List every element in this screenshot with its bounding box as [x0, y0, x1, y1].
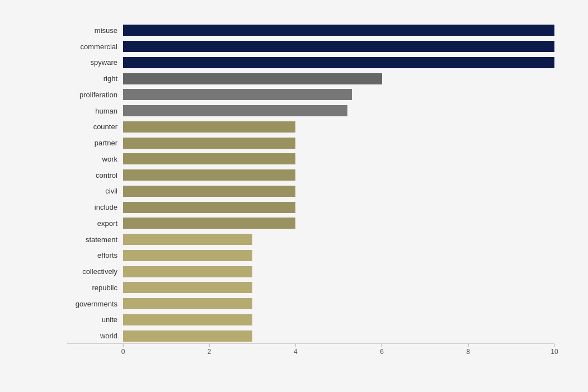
bar-row: commercial	[67, 39, 554, 55]
bar-track	[123, 298, 554, 309]
bar	[123, 73, 382, 84]
bar-row: efforts	[67, 248, 554, 264]
bar-track	[123, 105, 554, 116]
bar-track	[123, 314, 554, 325]
bar-track	[123, 282, 554, 293]
x-tick-label: 10	[551, 348, 558, 356]
bar-label: include	[67, 203, 123, 211]
bar	[123, 57, 554, 68]
chart-container: misusecommercialspywarerightproliferatio…	[0, 0, 588, 392]
bar-label: work	[67, 155, 123, 163]
bar-row: collectively	[67, 263, 554, 280]
bar-row: proliferation	[67, 87, 554, 103]
x-tick-label: 8	[466, 348, 470, 356]
bar	[123, 298, 252, 309]
bar	[123, 138, 295, 149]
bar	[123, 25, 554, 36]
bar-row: right	[67, 70, 554, 87]
bar	[123, 250, 252, 261]
x-ticks: 0246810	[67, 344, 554, 358]
bar-label: partner	[67, 139, 123, 147]
bar	[123, 121, 295, 133]
bar-track	[123, 41, 554, 52]
x-tick-label: 4	[294, 348, 298, 356]
x-tick-label: 2	[208, 348, 211, 356]
bar-row: world	[67, 328, 554, 344]
bar	[123, 266, 252, 277]
bar-label: republic	[67, 284, 123, 292]
bar-track	[123, 89, 554, 100]
bar-label: efforts	[67, 251, 123, 259]
bar-label: world	[67, 332, 123, 340]
bar-row: include	[67, 199, 554, 215]
bar-label: unite	[67, 315, 123, 324]
bar-row: civil	[67, 183, 554, 200]
bar-label: control	[67, 171, 123, 180]
bar-track	[123, 25, 554, 36]
x-tick: 4	[294, 344, 298, 356]
bar-label: spyware	[67, 58, 123, 67]
bar-label: counter	[67, 122, 123, 131]
bar-track	[123, 138, 554, 149]
bar	[123, 234, 252, 245]
bar	[123, 282, 252, 293]
bar-row: partner	[67, 135, 554, 151]
bar-track	[123, 202, 554, 213]
bar-track	[123, 153, 554, 164]
x-tick: 8	[466, 344, 470, 356]
bar-label: civil	[67, 187, 123, 195]
bar	[123, 186, 295, 197]
bar-label: misuse	[67, 26, 123, 35]
bar-row: republic	[67, 280, 554, 296]
bar	[123, 41, 554, 52]
bar-track	[123, 250, 554, 261]
x-tick-label: 0	[121, 348, 125, 356]
bar-track	[123, 330, 554, 342]
x-tick: 6	[380, 344, 384, 356]
bar-row: work	[67, 151, 554, 167]
bar-label: commercial	[67, 42, 123, 51]
bar-row: spyware	[67, 55, 554, 71]
bar-track	[123, 234, 554, 245]
bar	[123, 202, 295, 213]
bar-row: unite	[67, 312, 554, 328]
x-tick-label: 6	[380, 348, 384, 356]
bar-row: misuse	[67, 22, 554, 39]
bar-label: proliferation	[67, 91, 123, 99]
bar-track	[123, 73, 554, 84]
bar-track	[123, 266, 554, 277]
bar-track	[123, 57, 554, 68]
bar-row: counter	[67, 119, 554, 135]
bar	[123, 105, 347, 116]
bar	[123, 314, 252, 325]
bar	[123, 169, 295, 181]
bar-row: governments	[67, 296, 554, 312]
bar-label: statement	[67, 235, 123, 244]
bar-label: collectively	[67, 267, 123, 276]
bar	[123, 89, 352, 100]
bar-label: right	[67, 74, 123, 83]
bar-label: governments	[67, 300, 123, 308]
bar	[123, 330, 252, 342]
x-tick: 2	[208, 344, 211, 356]
bars-area: misusecommercialspywarerightproliferatio…	[67, 22, 554, 344]
bar-row: statement	[67, 232, 554, 248]
bar-row: control	[67, 167, 554, 183]
bar-track	[123, 218, 554, 229]
bar-track	[123, 169, 554, 181]
bar-track	[123, 121, 554, 133]
bar-row: export	[67, 215, 554, 232]
bar	[123, 218, 295, 229]
x-tick: 10	[551, 344, 558, 356]
bar-track	[123, 186, 554, 197]
x-tick: 0	[121, 344, 125, 356]
bar	[123, 153, 295, 164]
bar-label: export	[67, 219, 123, 228]
bar-row: human	[67, 103, 554, 119]
bar-label: human	[67, 107, 123, 115]
